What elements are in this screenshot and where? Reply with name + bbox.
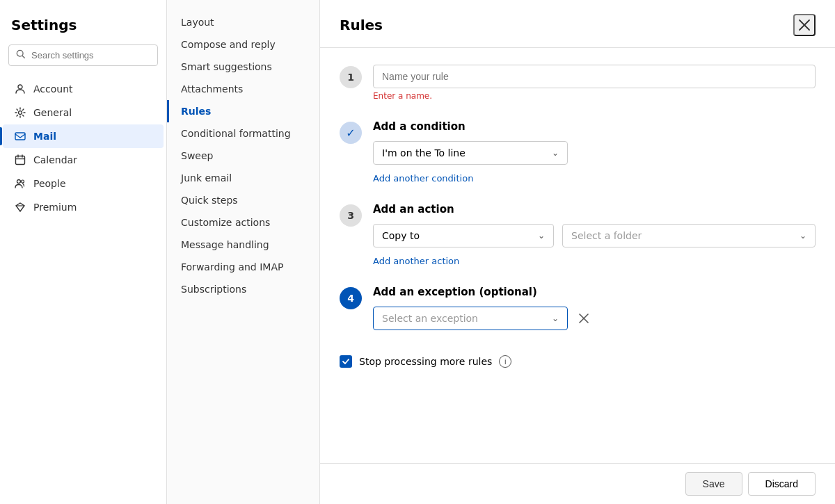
step4-dropdown-row: Select an exception ⌄ <box>373 307 816 330</box>
add-condition-link[interactable]: Add another condition <box>373 173 473 184</box>
middle-item-layout[interactable]: Layout <box>167 11 319 33</box>
middle-item-message[interactable]: Message handling <box>167 234 319 256</box>
sidebar-item-premium-label: Premium <box>33 202 77 213</box>
sidebar-item-general-label: General <box>33 107 72 118</box>
middle-item-junk[interactable]: Junk email <box>167 167 319 189</box>
svg-rect-4 <box>15 133 25 140</box>
svg-point-3 <box>19 111 22 115</box>
search-box[interactable] <box>8 44 158 66</box>
settings-icon <box>14 106 26 119</box>
step2-content: Add a condition I'm on the To line ⌄ Add… <box>373 120 816 184</box>
middle-item-smart[interactable]: Smart suggestions <box>167 56 319 78</box>
save-button[interactable]: Save <box>685 472 742 496</box>
sidebar-item-mail-label: Mail <box>33 131 56 142</box>
sidebar-item-people-label: People <box>33 178 66 189</box>
chevron-down-icon: ⌄ <box>552 314 559 323</box>
middle-item-sweep[interactable]: Sweep <box>167 145 319 167</box>
middle-item-subscriptions[interactable]: Subscriptions <box>167 278 319 300</box>
middle-item-attachments[interactable]: Attachments <box>167 78 319 100</box>
svg-point-2 <box>18 85 22 89</box>
step2-badge: ✓ <box>340 122 362 144</box>
sidebar-item-mail[interactable]: Mail <box>3 124 164 148</box>
middle-item-forwarding[interactable]: Forwarding and IMAP <box>167 256 319 278</box>
sidebar-item-calendar-label: Calendar <box>33 154 77 165</box>
step3-section: 3 Add an action Copy to ⌄ Select a folde… <box>340 203 816 266</box>
action-dropdown[interactable]: Copy to ⌄ <box>373 224 554 247</box>
step2-title: Add a condition <box>373 120 816 133</box>
chevron-down-icon: ⌄ <box>538 231 545 241</box>
stop-processing-checkbox[interactable] <box>340 355 352 368</box>
sidebar-item-account[interactable]: Account <box>3 77 164 101</box>
step3-content: Add an action Copy to ⌄ Select a folder … <box>373 203 816 266</box>
diamond-icon <box>14 201 26 213</box>
close-button[interactable] <box>793 14 816 36</box>
sidebar-item-general[interactable]: General <box>3 101 164 124</box>
remove-exception-button[interactable] <box>576 311 591 326</box>
step2-section: ✓ Add a condition I'm on the To line ⌄ A… <box>340 120 816 184</box>
sidebar-item-calendar[interactable]: Calendar <box>3 148 164 172</box>
middle-item-customize[interactable]: Customize actions <box>167 211 319 234</box>
rules-panel: Rules 1 Enter a name. ✓ Add a c <box>320 0 835 504</box>
chevron-down-icon: ⌄ <box>552 148 559 158</box>
discard-button[interactable]: Discard <box>748 472 816 496</box>
app-title: Settings <box>0 11 166 44</box>
search-input[interactable] <box>31 50 150 60</box>
step1-badge: 1 <box>340 66 362 88</box>
step4-content: Add an exception (optional) Select an ex… <box>373 286 816 336</box>
rules-footer: Save Discard <box>320 463 835 504</box>
rules-body: 1 Enter a name. ✓ Add a condition I'm on… <box>320 48 835 463</box>
step1-section: 1 Enter a name. <box>340 65 816 101</box>
svg-marker-11 <box>16 203 24 211</box>
svg-rect-5 <box>16 156 25 165</box>
sidebar-item-people[interactable]: People <box>3 172 164 195</box>
step1-content: Enter a name. <box>373 65 816 101</box>
svg-point-9 <box>17 180 21 184</box>
svg-point-10 <box>22 180 24 183</box>
middle-panel: Layout Compose and reply Smart suggestio… <box>167 0 320 504</box>
calendar-icon <box>14 154 26 166</box>
stop-processing-row: Stop processing more rules i <box>340 355 816 368</box>
sidebar-item-premium[interactable]: Premium <box>3 195 164 219</box>
svg-line-1 <box>22 56 24 58</box>
rules-header: Rules <box>320 0 835 48</box>
middle-item-rules[interactable]: Rules <box>167 100 319 122</box>
sidebar: Settings Account General <box>0 0 167 504</box>
chevron-down-icon: ⌄ <box>800 231 806 241</box>
people-icon <box>14 177 26 190</box>
step3-badge: 3 <box>340 204 362 227</box>
middle-item-quick[interactable]: Quick steps <box>167 189 319 211</box>
condition-dropdown[interactable]: I'm on the To line ⌄ <box>373 141 568 165</box>
person-icon <box>14 83 26 95</box>
step4-section: 4 Add an exception (optional) Select an … <box>340 286 816 336</box>
step2-dropdown-row: I'm on the To line ⌄ <box>373 141 816 165</box>
step3-title: Add an action <box>373 203 816 216</box>
info-icon[interactable]: i <box>499 355 511 368</box>
step4-title: Add an exception (optional) <box>373 286 816 298</box>
rules-title: Rules <box>340 17 383 33</box>
exception-dropdown[interactable]: Select an exception ⌄ <box>373 307 568 330</box>
search-icon <box>16 49 26 61</box>
mail-icon <box>14 130 26 143</box>
middle-item-conditional[interactable]: Conditional formatting <box>167 122 319 145</box>
step3-dropdown-row: Copy to ⌄ Select a folder ⌄ <box>373 224 816 247</box>
add-action-link[interactable]: Add another action <box>373 256 459 266</box>
rule-name-input[interactable] <box>373 65 816 88</box>
rule-name-error: Enter a name. <box>373 91 816 101</box>
folder-dropdown[interactable]: Select a folder ⌄ <box>562 224 816 247</box>
stop-processing-label: Stop processing more rules <box>359 356 492 367</box>
middle-item-compose[interactable]: Compose and reply <box>167 33 319 56</box>
step4-badge: 4 <box>340 287 362 309</box>
sidebar-item-account-label: Account <box>33 83 73 95</box>
